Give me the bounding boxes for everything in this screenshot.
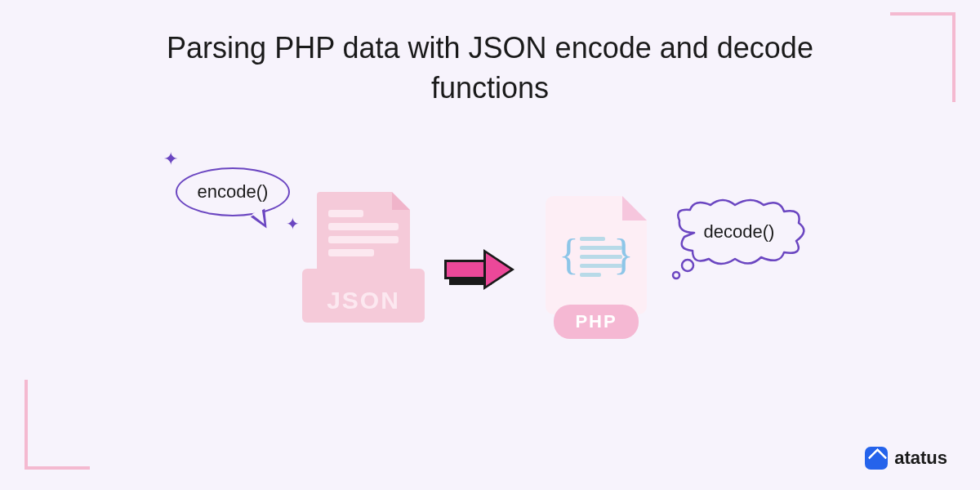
brand-logo: atatus xyxy=(865,447,947,470)
encode-speech-bubble: encode() xyxy=(176,167,290,216)
svg-point-1 xyxy=(673,272,679,278)
sparkle-icon: ✦ xyxy=(286,214,300,234)
json-badge-label: JSON xyxy=(302,287,425,314)
decode-label: decode() xyxy=(670,200,808,264)
corner-decoration-top-right xyxy=(890,12,956,102)
brand-logo-icon xyxy=(865,447,888,470)
decode-thought-bubble: decode() xyxy=(670,200,808,278)
diagram-container: ✦ ✦ encode() JSON { } PHP xyxy=(0,163,980,408)
json-file-icon: JSON xyxy=(302,192,425,339)
page-title: Parsing PHP data with JSON encode and de… xyxy=(122,29,858,108)
brand-name: atatus xyxy=(894,448,947,469)
php-file-icon: { } PHP xyxy=(539,196,653,339)
arrow-icon xyxy=(441,249,523,290)
encode-label: encode() xyxy=(198,181,269,203)
php-badge-label: PHP xyxy=(575,311,617,332)
